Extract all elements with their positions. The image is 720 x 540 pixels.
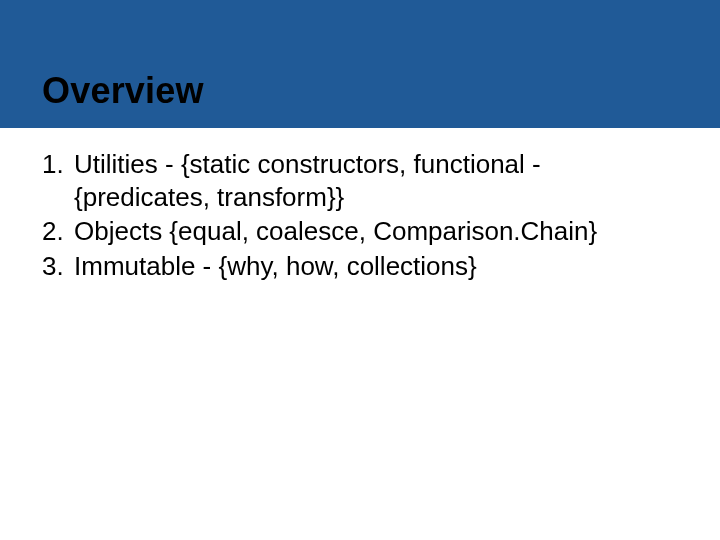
slide: Overview Utilities - {static constructor…: [0, 0, 720, 540]
list-item: Immutable - {why, how, collections}: [42, 250, 680, 283]
title-band: Overview: [0, 0, 720, 128]
list-item: Utilities - {static constructors, functi…: [42, 148, 680, 213]
slide-title: Overview: [42, 70, 204, 112]
outline-list: Utilities - {static constructors, functi…: [42, 148, 680, 282]
list-item-text: Immutable - {why, how, collections}: [74, 250, 680, 283]
list-item-text: Objects {equal, coalesce, Comparison.Cha…: [74, 215, 680, 248]
list-item: Objects {equal, coalesce, Comparison.Cha…: [42, 215, 680, 248]
slide-content: Utilities - {static constructors, functi…: [0, 128, 720, 282]
list-item-text: Utilities - {static constructors, functi…: [74, 148, 680, 213]
